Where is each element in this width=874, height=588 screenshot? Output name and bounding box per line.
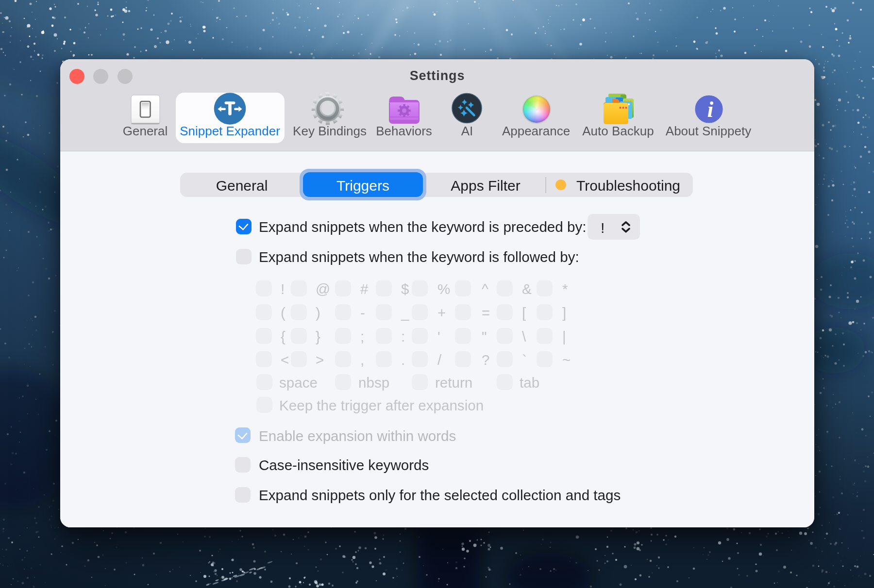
- svg-text:i: i: [707, 97, 714, 122]
